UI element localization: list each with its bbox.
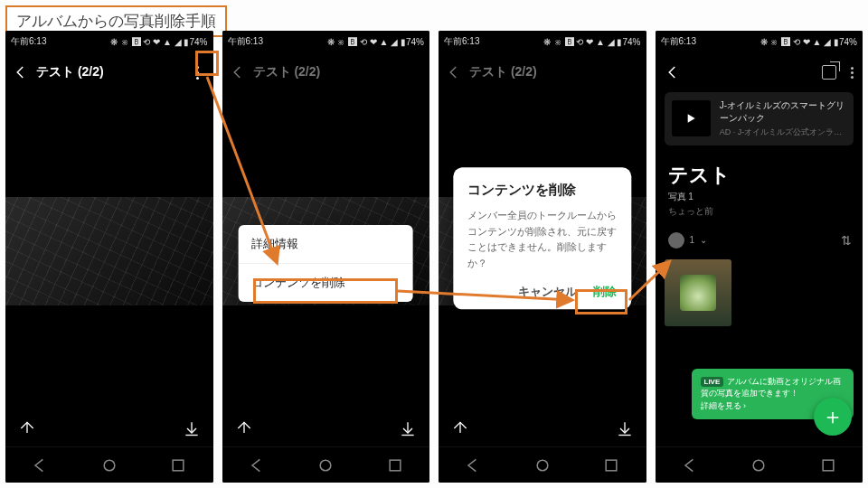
open-external-icon[interactable] — [822, 65, 836, 80]
toast-badge: LIVE — [701, 377, 724, 387]
ad-play-icon — [672, 100, 711, 136]
svg-marker-15 — [688, 115, 695, 123]
album-top-bar — [656, 52, 863, 92]
share-icon[interactable] — [18, 419, 36, 437]
download-icon[interactable] — [616, 419, 634, 437]
album-photo-count: 写真 1 — [656, 191, 863, 203]
add-fab[interactable]: ＋ — [814, 398, 852, 436]
svg-rect-9 — [390, 460, 401, 471]
nav-recent-icon[interactable] — [386, 456, 404, 474]
menu-item-details[interactable]: 詳細情報 — [239, 225, 413, 263]
app-bar: テスト (2/2) — [222, 52, 430, 92]
photo-bottom-bar — [439, 410, 646, 446]
svg-point-16 — [753, 460, 764, 471]
nav-recent-icon[interactable] — [169, 456, 187, 474]
phone-row: 午前6:13 ❋ ⨳ 🅱 ⟲ ❤ ▲ ◢ ▮74% テスト (2/2) 午前6:… — [0, 0, 868, 488]
avatar — [668, 232, 684, 249]
photo-title: テスト (2/2) — [469, 64, 537, 80]
photo-bottom-bar — [5, 410, 213, 446]
overflow-menu-icon[interactable] — [851, 67, 854, 79]
back-icon[interactable] — [230, 64, 246, 80]
photo-keyboard — [5, 197, 213, 305]
back-icon[interactable] — [446, 64, 462, 80]
svg-rect-4 — [173, 460, 184, 471]
phone-2: 午前6:13 ❋ ⨳ 🅱 ⟲ ❤ ▲ ◢ ▮74% テスト (2/2) 詳細情報… — [222, 31, 430, 483]
phone-1: 午前6:13 ❋ ⨳ 🅱 ⟲ ❤ ▲ ◢ ▮74% テスト (2/2) — [5, 31, 213, 483]
share-icon[interactable] — [235, 419, 253, 437]
nav-home-icon[interactable] — [533, 456, 552, 474]
photo-title: テスト (2/2) — [36, 64, 104, 80]
status-icons: ❋ ⨳ 🅱 ⟲ ❤ ▲ ◢ ▮74% — [110, 37, 207, 47]
nav-back-icon[interactable] — [248, 456, 266, 474]
sort-icon[interactable]: ⇅ — [841, 233, 850, 248]
dialog-title: コンテンツを削除 — [467, 182, 617, 199]
photo-title: テスト (2/2) — [253, 64, 321, 80]
status-time: 午前6:13 — [228, 35, 263, 48]
status-time: 午前6:13 — [11, 35, 46, 48]
svg-rect-14 — [606, 460, 617, 471]
status-bar: 午前6:13 ❋ ⨳ 🅱 ⟲ ❤ ▲ ◢ ▮74% — [222, 31, 430, 52]
photo-viewport: 詳細情報 コンテンツを削除 — [222, 92, 430, 410]
nav-back-icon[interactable] — [31, 456, 49, 474]
status-bar: 午前6:13 ❋ ⨳ 🅱 ⟲ ❤ ▲ ◢ ▮74% — [656, 31, 863, 52]
android-navbar — [656, 446, 863, 483]
confirm-dialog: コンテンツを削除 メンバー全員のトークルームからコンテンツが削除され、元に戻すこ… — [453, 167, 631, 309]
album-title: テスト — [656, 145, 863, 191]
android-navbar — [5, 446, 213, 483]
android-navbar — [222, 446, 430, 483]
overflow-menu-icon[interactable] — [190, 64, 206, 80]
back-icon[interactable] — [13, 64, 29, 80]
share-icon[interactable] — [451, 419, 469, 437]
toast-link[interactable]: 詳細を見る › — [701, 401, 747, 410]
photo-bottom-bar — [222, 410, 430, 446]
photo-viewport: コンテンツを削除 メンバー全員のトークルームからコンテンツが削除され、元に戻すこ… — [439, 92, 646, 410]
status-icons: ❋ ⨳ 🅱 ⟲ ❤ ▲ ◢ ▮74% — [327, 37, 424, 47]
status-icons: ❋ ⨳ 🅱 ⟲ ❤ ▲ ◢ ▮74% — [543, 37, 640, 47]
svg-rect-17 — [823, 460, 834, 471]
download-icon[interactable] — [399, 419, 417, 437]
nav-recent-icon[interactable] — [602, 456, 620, 474]
phone-4: 午前6:13 ❋ ⨳ 🅱 ⟲ ❤ ▲ ◢ ▮74% J-オイルミルズのスマートグ… — [656, 31, 863, 483]
dialog-cancel-button[interactable]: キャンセル — [518, 285, 577, 301]
svg-point-3 — [104, 460, 115, 471]
thumbnail-image — [680, 275, 716, 311]
ad-subtitle: AD · J-オイルミルズ公式オンラ… — [720, 127, 846, 138]
nav-home-icon[interactable] — [750, 456, 768, 474]
status-bar: 午前6:13 ❋ ⨳ 🅱 ⟲ ❤ ▲ ◢ ▮74% — [5, 31, 213, 52]
status-bar: 午前6:13 ❋ ⨳ 🅱 ⟲ ❤ ▲ ◢ ▮74% — [439, 31, 646, 52]
status-time: 午前6:13 — [444, 35, 479, 48]
svg-point-13 — [537, 460, 548, 471]
nav-home-icon[interactable] — [316, 456, 335, 474]
nav-back-icon[interactable] — [681, 456, 699, 474]
chevron-down-icon[interactable]: ⌄ — [700, 235, 707, 245]
album-author-row: 1⌄ ⇅ — [656, 227, 863, 258]
status-icons: ❋ ⨳ 🅱 ⟲ ❤ ▲ ◢ ▮74% — [760, 37, 857, 47]
dialog-body: メンバー全員のトークルームからコンテンツが削除され、元に戻すことはできません。削… — [467, 208, 617, 271]
dialog-delete-button[interactable]: 削除 — [593, 285, 617, 301]
ad-card[interactable]: J-オイルミルズのスマートグリーンパック AD · J-オイルミルズ公式オンラ… — [665, 92, 854, 145]
author-count: 1 — [690, 235, 695, 245]
download-icon[interactable] — [183, 419, 201, 437]
app-bar: テスト (2/2) — [439, 52, 646, 92]
status-time: 午前6:13 — [661, 35, 696, 48]
photo-viewport[interactable] — [5, 92, 213, 410]
menu-item-delete-content[interactable]: コンテンツを削除 — [239, 263, 413, 302]
plus-icon: ＋ — [822, 402, 844, 431]
android-navbar — [439, 446, 646, 483]
action-sheet: 詳細情報 コンテンツを削除 — [239, 225, 413, 302]
back-icon[interactable] — [665, 64, 681, 80]
phone-3: 午前6:13 ❋ ⨳ 🅱 ⟲ ❤ ▲ ◢ ▮74% テスト (2/2) コンテン… — [439, 31, 646, 483]
app-bar: テスト (2/2) — [5, 52, 213, 92]
album-thumbnail[interactable] — [665, 259, 731, 326]
nav-recent-icon[interactable] — [819, 456, 837, 474]
nav-back-icon[interactable] — [464, 456, 482, 474]
nav-home-icon[interactable] — [100, 456, 118, 474]
album-timestamp: ちょっと前 — [656, 203, 863, 227]
ad-title: J-オイルミルズのスマートグリーンパック — [720, 99, 846, 125]
svg-point-8 — [320, 460, 331, 471]
